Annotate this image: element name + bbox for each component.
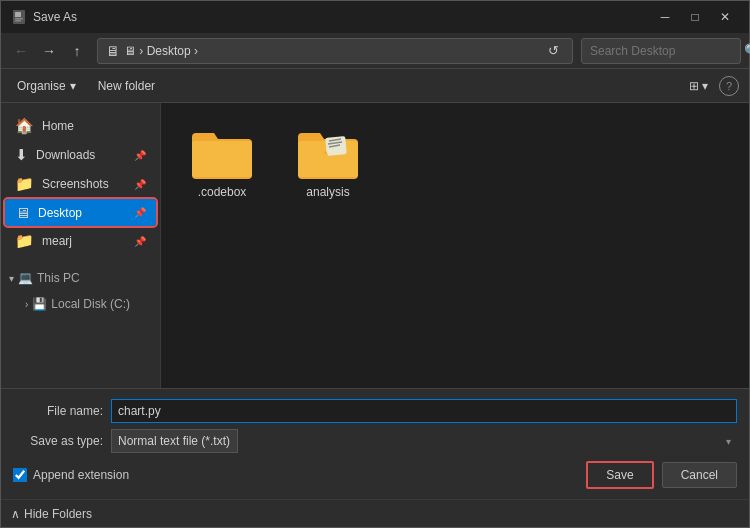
maximize-button[interactable]: □ xyxy=(681,6,709,28)
file-item-codebox[interactable]: .codebox xyxy=(177,119,267,207)
savetype-row: Save as type: Normal text file (*.txt) xyxy=(13,429,737,453)
svg-rect-3 xyxy=(15,20,21,22)
local-disk-chevron: › xyxy=(25,299,28,310)
organise-label: Organise xyxy=(17,79,66,93)
minimize-button[interactable]: ─ xyxy=(651,6,679,28)
help-button[interactable]: ? xyxy=(719,76,739,96)
sidebar-item-mearj-label: mearj xyxy=(42,234,126,248)
sidebar-item-mearj-pin: 📌 xyxy=(134,236,146,247)
local-disk-section[interactable]: › 💾 Local Disk (C:) xyxy=(17,291,160,317)
refresh-button[interactable]: ↺ xyxy=(542,40,564,62)
sidebar-item-mearj[interactable]: 📁 mearj 📌 xyxy=(5,227,156,255)
sidebar-item-desktop-label: Desktop xyxy=(38,206,126,220)
filename-label: File name: xyxy=(13,404,103,418)
view-controls: ⊞ ▾ ? xyxy=(684,76,739,96)
svg-rect-2 xyxy=(15,18,23,20)
save-as-dialog: Save As ─ □ ✕ ← → ↑ 🖥 🖥 › Desktop › ↺ 🔍 xyxy=(0,0,750,528)
folder-icon-codebox xyxy=(190,127,254,179)
bottom-bar: File name: Save as type: Normal text fil… xyxy=(1,388,749,499)
file-name-analysis: analysis xyxy=(306,185,349,199)
organise-chevron: ▾ xyxy=(70,79,76,93)
svg-rect-1 xyxy=(15,12,21,17)
savetype-label: Save as type: xyxy=(13,434,103,448)
window-controls: ─ □ ✕ xyxy=(651,6,739,28)
sidebar-item-screenshots-pin: 📌 xyxy=(134,179,146,190)
append-extension-checkbox[interactable] xyxy=(13,468,27,482)
main-content: 🏠 Home ⬇ Downloads 📌 📁 Screenshots 📌 🖥 D… xyxy=(1,103,749,388)
new-folder-label: New folder xyxy=(98,79,155,93)
view-chevron: ▾ xyxy=(702,79,708,93)
action-bar: Organise ▾ New folder ⊞ ▾ ? xyxy=(1,69,749,103)
mearj-icon: 📁 xyxy=(15,232,34,250)
cancel-button[interactable]: Cancel xyxy=(662,462,737,488)
address-prefix: 🖥 xyxy=(124,44,136,58)
file-item-analysis[interactable]: analysis xyxy=(283,119,373,207)
new-folder-button[interactable]: New folder xyxy=(92,75,161,97)
local-disk-label: Local Disk (C:) xyxy=(51,297,130,311)
search-icon: 🔍 xyxy=(744,43,750,58)
address-separator: › xyxy=(139,44,146,58)
sidebar-item-downloads-label: Downloads xyxy=(36,148,126,162)
window-title: Save As xyxy=(33,10,651,24)
hide-folders-button[interactable]: ∧ Hide Folders xyxy=(11,507,92,521)
hide-folders-label: Hide Folders xyxy=(24,507,92,521)
append-extension-label: Append extension xyxy=(33,468,129,482)
sidebar-item-desktop-pin: 📌 xyxy=(134,207,146,218)
folder-icon-analysis xyxy=(296,127,360,179)
back-button[interactable]: ← xyxy=(9,39,33,63)
file-name-codebox: .codebox xyxy=(198,185,247,199)
svg-rect-4 xyxy=(192,141,252,177)
organise-button[interactable]: Organise ▾ xyxy=(11,75,82,97)
this-pc-icon: 💻 xyxy=(18,271,33,285)
hide-folders-bar: ∧ Hide Folders xyxy=(1,499,749,527)
filename-row: File name: xyxy=(13,399,737,423)
address-text: 🖥 › Desktop › xyxy=(124,44,538,58)
home-icon: 🏠 xyxy=(15,117,34,135)
save-button[interactable]: Save xyxy=(586,461,653,489)
this-pc-chevron: ▾ xyxy=(9,273,14,284)
hide-folders-icon: ∧ xyxy=(11,507,20,521)
forward-button[interactable]: → xyxy=(37,39,61,63)
search-bar[interactable]: 🔍 xyxy=(581,38,741,64)
sidebar: 🏠 Home ⬇ Downloads 📌 📁 Screenshots 📌 🖥 D… xyxy=(1,103,161,388)
view-label: ⊞ xyxy=(689,79,699,93)
sidebar-item-downloads[interactable]: ⬇ Downloads 📌 xyxy=(5,141,156,169)
bottom-actions: Append extension Save Cancel xyxy=(13,461,737,489)
address-icon: 🖥 xyxy=(106,43,120,59)
address-bar[interactable]: 🖥 🖥 › Desktop › ↺ xyxy=(97,38,573,64)
sidebar-item-desktop[interactable]: 🖥 Desktop 📌 xyxy=(5,199,156,226)
sidebar-item-home-label: Home xyxy=(42,119,146,133)
toolbar: ← → ↑ 🖥 🖥 › Desktop › ↺ 🔍 xyxy=(1,33,749,69)
window-icon xyxy=(11,9,27,25)
file-area: .codebox analysis xyxy=(161,103,749,388)
up-button[interactable]: ↑ xyxy=(65,39,89,63)
close-button[interactable]: ✕ xyxy=(711,6,739,28)
desktop-icon: 🖥 xyxy=(15,204,30,221)
address-location: Desktop xyxy=(147,44,191,58)
append-extension-area: Append extension xyxy=(13,468,129,482)
savetype-select[interactable]: Normal text file (*.txt) xyxy=(111,429,238,453)
search-input[interactable] xyxy=(590,44,740,58)
address-trailing: › xyxy=(194,44,198,58)
view-button[interactable]: ⊞ ▾ xyxy=(684,76,713,96)
sidebar-item-downloads-pin: 📌 xyxy=(134,150,146,161)
sidebar-item-screenshots[interactable]: 📁 Screenshots 📌 xyxy=(5,170,156,198)
filename-input[interactable] xyxy=(111,399,737,423)
sidebar-item-screenshots-label: Screenshots xyxy=(42,177,126,191)
savetype-select-wrapper: Normal text file (*.txt) xyxy=(111,429,737,453)
screenshots-icon: 📁 xyxy=(15,175,34,193)
downloads-icon: ⬇ xyxy=(15,146,28,164)
sidebar-item-home[interactable]: 🏠 Home xyxy=(5,112,156,140)
this-pc-section[interactable]: ▾ 💻 This PC xyxy=(1,265,160,291)
title-bar: Save As ─ □ ✕ xyxy=(1,1,749,33)
this-pc-label: This PC xyxy=(37,271,80,285)
local-disk-icon: 💾 xyxy=(32,297,47,311)
